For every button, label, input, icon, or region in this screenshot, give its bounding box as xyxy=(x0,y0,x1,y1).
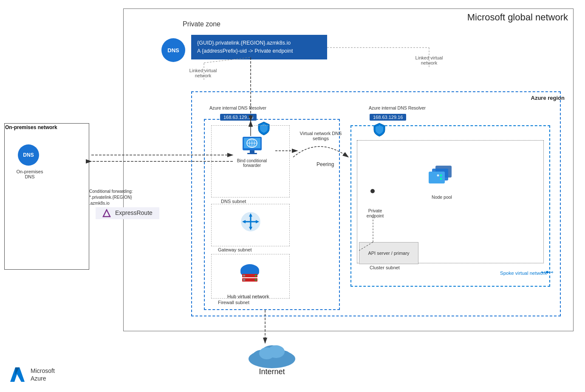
svg-rect-8 xyxy=(247,153,257,154)
ip-badge-left: 168.63.129.16 xyxy=(220,114,257,121)
svg-point-23 xyxy=(255,275,257,276)
node-pool-container: Node pool xyxy=(423,164,461,200)
dns-record-box: {GUID}.privatelink.{REGION}.azmk8s.io A … xyxy=(191,35,327,59)
ip-badge-right: 168.63.129.16 xyxy=(370,114,406,121)
expressroute-text: ExpressRoute xyxy=(115,209,153,216)
linked-vnet-right-label: Linked virtual network xyxy=(410,55,448,65)
private-endpoint-dot xyxy=(370,189,375,193)
svg-rect-21 xyxy=(243,275,245,276)
ms-azure-text: Microsoft Azure xyxy=(31,367,55,382)
dns-circle-private: DNS xyxy=(161,38,185,62)
node-pool-icon xyxy=(426,164,458,193)
on-premises-box xyxy=(4,123,89,270)
node-pool-label: Node pool xyxy=(432,195,452,200)
gateway-subnet-label: Gateway subnet xyxy=(218,247,252,252)
svg-rect-31 xyxy=(429,172,445,183)
gateway-icon xyxy=(240,211,262,232)
linked-vnet-left-label: Linked virtual network xyxy=(186,68,220,78)
dns-circle-onprem: DNS xyxy=(18,144,39,166)
firewall-icon xyxy=(237,261,263,285)
firewall-icon-container xyxy=(233,261,267,285)
ms-global-network-title: Microsoft global network xyxy=(467,12,568,23)
private-endpoint-label: Private endpoint xyxy=(360,208,390,218)
svg-marker-0 xyxy=(103,210,110,217)
expressroute-icon xyxy=(102,209,111,217)
ms-text: Microsoft xyxy=(31,367,55,375)
peering-label: Peering xyxy=(317,161,334,167)
dns-circle-private-text: DNS xyxy=(167,47,179,54)
azure-dns-resolver-left-label: Azure internal DNS Resolver xyxy=(204,105,272,110)
svg-rect-7 xyxy=(250,150,254,153)
azure-region-label: Azure region xyxy=(531,95,565,101)
svg-point-40 xyxy=(268,345,285,358)
bind-conditional-icon-container: Bind conditional forwarder xyxy=(233,136,271,168)
azure-text: Azure xyxy=(31,375,55,382)
svg-point-33 xyxy=(437,175,439,177)
svg-rect-22 xyxy=(243,279,245,281)
bind-conditional-icon xyxy=(240,136,264,157)
azure-dns-resolver-right-label: Azure internal DNS Resolver xyxy=(363,105,431,110)
ms-azure-logo: Microsoft Azure xyxy=(8,366,55,384)
internet-label: Internet xyxy=(259,367,285,376)
svg-point-34 xyxy=(440,178,442,180)
bind-conditional-label: Bind conditional forwarder xyxy=(235,158,269,168)
api-server-box: API server / primary xyxy=(359,242,418,264)
internet-cloud-container: Internet xyxy=(238,340,306,376)
cond-forwarding-text: Conditional forwarding: *.privatelink.{R… xyxy=(89,189,133,206)
dns-circle-onprem-text: DNS xyxy=(23,152,34,158)
spoke-vnet-label: Spoke virtual network xyxy=(500,271,547,276)
expressroute-label: ExpressRoute xyxy=(96,207,159,219)
dns-subnet-label: DNS subnet xyxy=(221,199,246,204)
svg-marker-26 xyxy=(552,271,553,274)
vnet-dns-settings-label: Virtual network DNS settings xyxy=(297,131,344,141)
on-premises-title: On-premises network xyxy=(5,124,57,130)
dns-record-line1: {GUID}.privatelink.{REGION}.azmk8s.io xyxy=(197,39,321,47)
api-server-label: API server / primary xyxy=(368,251,409,256)
private-zone-label: Private zone xyxy=(183,20,220,28)
dns-record-line2: A {addressPrefix}-uid -> Private endpoin… xyxy=(197,47,321,55)
svg-point-28 xyxy=(546,271,548,274)
internet-cloud-icon xyxy=(246,340,297,369)
main-container: Microsoft global network Private zone DN… xyxy=(0,0,585,392)
svg-point-24 xyxy=(255,279,257,281)
svg-marker-27 xyxy=(541,271,542,274)
conditional-forwarding-label: Conditional forwarding: *.privatelink.{R… xyxy=(89,183,151,206)
svg-point-32 xyxy=(440,175,442,177)
cluster-subnet-label: Cluster subnet xyxy=(370,265,400,270)
on-premises-dns-label: On-premises DNS xyxy=(13,169,47,179)
gateway-icon-container xyxy=(236,211,266,232)
spoke-vnet-icon xyxy=(541,269,553,277)
firewall-subnet-label: Firewall subnet xyxy=(218,300,249,305)
azure-logo-icon xyxy=(8,366,26,384)
